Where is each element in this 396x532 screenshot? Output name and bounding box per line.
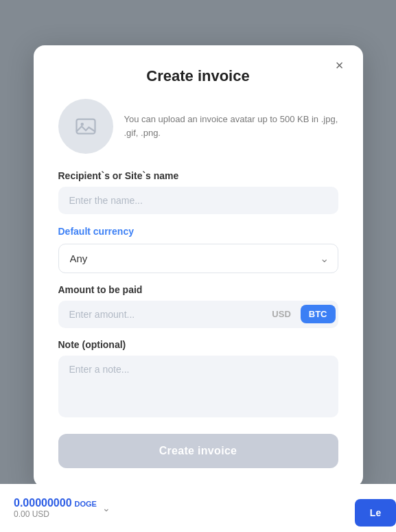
modal-title: Create invoice <box>58 67 338 85</box>
bottom-bar: 0.00000000 DOGE 0.00 USD ⌄ Le <box>0 484 396 532</box>
recipient-input[interactable] <box>58 187 338 214</box>
amount-input-wrapper: USD BTC <box>58 301 338 328</box>
default-currency-link[interactable]: Default currency <box>58 226 134 237</box>
note-textarea[interactable] <box>58 356 338 417</box>
image-icon <box>73 114 98 139</box>
usd-value: 0.00 USD <box>14 509 49 519</box>
amount-label: Amount to be paid <box>58 284 338 295</box>
amount-input[interactable] <box>58 301 261 328</box>
avatar-description: You can upload an invoice avatar up to 5… <box>124 113 338 139</box>
avatar-upload-area[interactable] <box>58 99 113 154</box>
create-invoice-modal: × Create invoice You can upload an invoi… <box>34 45 363 487</box>
btc-button[interactable]: BTC <box>301 305 336 323</box>
note-field-group: Note (optional) <box>58 339 338 434</box>
doge-balance: 0.00000000 DOGE 0.00 USD <box>14 497 97 519</box>
amount-section: Amount to be paid USD BTC <box>58 284 338 328</box>
balance-dropdown-icon[interactable]: ⌄ <box>102 502 110 513</box>
note-label: Note (optional) <box>58 339 338 350</box>
currency-select[interactable]: Any <box>58 244 338 273</box>
avatar-section: You can upload an invoice avatar up to 5… <box>58 99 338 154</box>
recipient-label: Recipient`s or Site`s name <box>58 170 338 181</box>
svg-point-1 <box>80 122 84 126</box>
currency-select-wrapper: Any ⌄ <box>58 244 338 273</box>
modal-overlay: × Create invoice You can upload an invoi… <box>0 0 396 532</box>
doge-currency-label: DOGE <box>75 500 97 508</box>
doge-amount-value: 0.00000000 <box>14 497 72 509</box>
create-invoice-button[interactable]: Create invoice <box>58 434 338 468</box>
usd-button[interactable]: USD <box>264 305 299 323</box>
cta-button[interactable]: Le <box>355 499 396 527</box>
close-button[interactable]: × <box>330 56 349 76</box>
recipient-field-group: Recipient`s or Site`s name <box>58 170 338 225</box>
currency-toggle: USD BTC <box>261 302 338 326</box>
